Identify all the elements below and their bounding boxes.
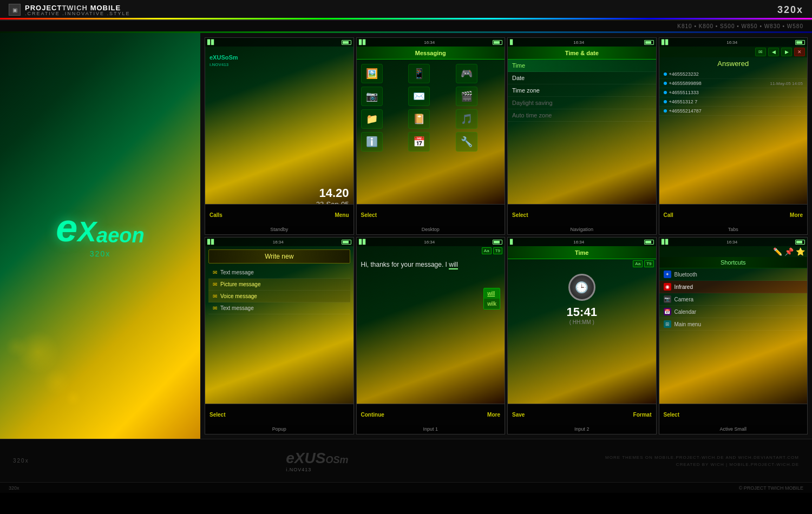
td-item-date[interactable]: Date xyxy=(508,72,656,84)
screen-popup: ▊▊ 16:34 Write new ✉ Text message ✉ Pict… xyxy=(205,237,354,434)
aeon-text: aeon xyxy=(96,224,145,247)
shortcuts-list: ✦ Bluetooth ◉ Infrared 📷 Camera 📅 Calend… xyxy=(659,268,808,331)
footer-exus-area: eXUSOSm i.NOV413 xyxy=(286,450,348,472)
call-item-4[interactable]: +46551312 7 xyxy=(659,97,808,107)
timedate-label: Navigation xyxy=(508,226,656,234)
clock-format: ( HH:MM ) xyxy=(569,319,594,325)
msg-icon-6[interactable]: 🎬 xyxy=(456,87,477,106)
shortcuts-status-bar: ▊▊ 16:34 xyxy=(659,238,808,246)
input1-time: 16:34 xyxy=(424,240,435,245)
screen-shortcuts: ▊▊ 16:34 ✏️ 📌 ⭐ Shortcuts ✦ Bluetooth xyxy=(659,237,808,434)
timedate-left-btn[interactable]: Select xyxy=(512,212,528,218)
timedate-menu-list: Time Date Time zone Daylight saving Auto… xyxy=(508,60,656,122)
input1-screen: ▊▊ 16:34 Aa T9 Hi, thanks for your messa… xyxy=(357,238,505,404)
messaging-label: Desktop xyxy=(357,226,505,234)
input1-left-btn[interactable]: Continue xyxy=(361,412,384,418)
standby-screen: ▊▊ eXUSoSmi.NOV413 14.20 23-Sep-05 xyxy=(205,38,353,204)
shortcut-calendar[interactable]: 📅 Calendar xyxy=(659,306,808,318)
bokeh-3 xyxy=(5,336,27,358)
popup-screen: ▊▊ 16:34 Write new ✉ Text message ✉ Pict… xyxy=(205,238,353,404)
word-suggestions[interactable]: will wilk xyxy=(483,288,500,309)
msg-icon-1[interactable]: 🖼️ xyxy=(361,64,383,83)
msg-icon-12[interactable]: 🔧 xyxy=(456,132,477,151)
shortcuts-time: 16:34 xyxy=(726,240,737,245)
tabs-left-btn[interactable]: Call xyxy=(664,212,673,218)
calendar-icon: 📅 xyxy=(664,308,671,315)
shortcuts-screen: ▊▊ 16:34 ✏️ 📌 ⭐ Shortcuts ✦ Bluetooth xyxy=(659,238,808,404)
popup-item-1[interactable]: ✉ Text message xyxy=(208,267,350,279)
call-item-2[interactable]: +46555899898 11-May-05 14:05 xyxy=(659,79,808,88)
msg-icon-3[interactable]: 🎮 xyxy=(456,64,477,83)
messaging-icon-grid: 🖼️ 📱 🎮 📷 ✉️ 🎬 📁 📔 🎵 ℹ️ 📅 🔧 xyxy=(357,60,505,156)
msg-icon-5[interactable]: ✉️ xyxy=(408,87,430,106)
ind-aa: Aa xyxy=(482,247,492,254)
shortcut-camera[interactable]: 📷 Camera xyxy=(659,293,808,306)
msg-icon-2[interactable]: 📱 xyxy=(408,64,430,83)
input2-right-btn[interactable]: Format xyxy=(633,412,652,418)
nav-end-icon[interactable]: ✕ xyxy=(794,48,805,56)
td-item-time[interactable]: Time xyxy=(508,60,656,72)
battery-fill-3 xyxy=(645,41,651,44)
input2-time: 16:34 xyxy=(573,240,584,245)
msg-icon-11[interactable]: 📅 xyxy=(408,132,430,151)
msg-icon-4[interactable]: 📷 xyxy=(361,87,383,106)
nav-msg-icon[interactable]: ✉ xyxy=(755,48,766,56)
input1-right-btn[interactable]: More xyxy=(487,412,500,418)
standby-bottom-bar: Calls Menu xyxy=(205,204,353,226)
strip-left: 320x xyxy=(9,485,19,491)
popup-status-time: 16:34 xyxy=(273,240,284,245)
msg-icon-8[interactable]: 📔 xyxy=(408,109,430,129)
input2-screen: ▊ 16:34 Time Aa T9 🕒 15:41 ( HH:MM ) xyxy=(508,238,656,404)
footer-credit: CREATED BY WICH | MOBILE.PROJECT-WICH.DE xyxy=(605,462,799,467)
call-dot-4 xyxy=(664,100,667,103)
call-time-2: 11-May-05 14:05 xyxy=(770,81,803,86)
call-item-3[interactable]: +4655511333 xyxy=(659,88,808,97)
tabs-answered-text: Answered xyxy=(659,57,808,70)
nav-fwd-icon[interactable]: ▶ xyxy=(781,48,792,56)
right-panel-grid: ▊▊ eXUSoSmi.NOV413 14.20 23-Sep-05 Calls… xyxy=(200,33,812,439)
nav-back-icon[interactable]: ◀ xyxy=(768,48,779,56)
call-item-5[interactable]: +46555214787 xyxy=(659,107,808,116)
msg-icon-10[interactable]: ℹ️ xyxy=(361,132,383,151)
td-item-autotz[interactable]: Auto time zone xyxy=(508,109,656,122)
msg-icon-7[interactable]: 📁 xyxy=(361,109,383,129)
shortcuts-pencil-icon: ✏️ xyxy=(773,247,782,256)
sug-will[interactable]: will xyxy=(484,288,500,299)
footer-right-text: MORE THEMES ON MOBILE.PROJECT-WICH.DE AN… xyxy=(605,455,799,467)
mail-icon-4: ✉ xyxy=(213,305,217,311)
input1-area[interactable]: Hi, thanks for your message. I will will… xyxy=(357,255,505,274)
popup-item-3[interactable]: ✉ Voice message xyxy=(208,291,350,302)
input1-text: Hi, thanks for your message. I xyxy=(361,261,449,268)
tabs-right-btn[interactable]: More xyxy=(790,212,803,218)
footer-exus-logo: eXUSOSm xyxy=(286,450,348,467)
standby-date: 23-Sep-05 xyxy=(316,200,349,204)
compat-text: K810 • K800 • S500 • W850 • W830 • W580 xyxy=(677,23,803,29)
popup-left-btn[interactable]: Select xyxy=(209,412,225,418)
msg-icon-9[interactable]: 🎵 xyxy=(456,109,477,129)
standby-right-btn[interactable]: Menu xyxy=(335,212,349,218)
messaging-left-btn[interactable]: Select xyxy=(361,212,377,218)
shortcut-infrared[interactable]: ◉ Infrared xyxy=(659,281,808,293)
battery-fill-4 xyxy=(796,41,802,44)
td-item-daylight[interactable]: Daylight saving xyxy=(508,97,656,109)
battery-icon-4 xyxy=(795,40,805,45)
input1-bottom-bar: Continue More xyxy=(357,404,505,425)
strip-right: © PROJECT TWICH MOBILE xyxy=(739,485,803,491)
td-item-timezone[interactable]: Time zone xyxy=(508,84,656,97)
shortcuts-left-btn[interactable]: Select xyxy=(664,412,679,418)
input2-label: Input 2 xyxy=(508,425,656,434)
shortcut-mainmenu[interactable]: ⊞ Main menu xyxy=(659,318,808,331)
standby-left-btn[interactable]: Calls xyxy=(209,212,222,218)
battery-icon-5 xyxy=(342,240,351,245)
top-header-bar: ▣ PROJECTTWICH MOBILE .CREATIVE .INNOVAT… xyxy=(0,0,812,21)
signal-icon-3: ▊ xyxy=(510,39,514,45)
popup-item-4[interactable]: ✉ Text message xyxy=(208,302,350,314)
sug-wilk[interactable]: wilk xyxy=(484,299,500,309)
call-item-1[interactable]: +4655523232 xyxy=(659,70,808,79)
tabs-time: 16:34 xyxy=(726,40,737,45)
input2-left-btn[interactable]: Save xyxy=(512,412,525,418)
shortcut-bluetooth[interactable]: ✦ Bluetooth xyxy=(659,268,808,281)
popup-item-2[interactable]: ✉ Picture message xyxy=(208,279,350,291)
battery-fill-6 xyxy=(494,241,500,243)
ex-text: eX xyxy=(56,208,96,247)
